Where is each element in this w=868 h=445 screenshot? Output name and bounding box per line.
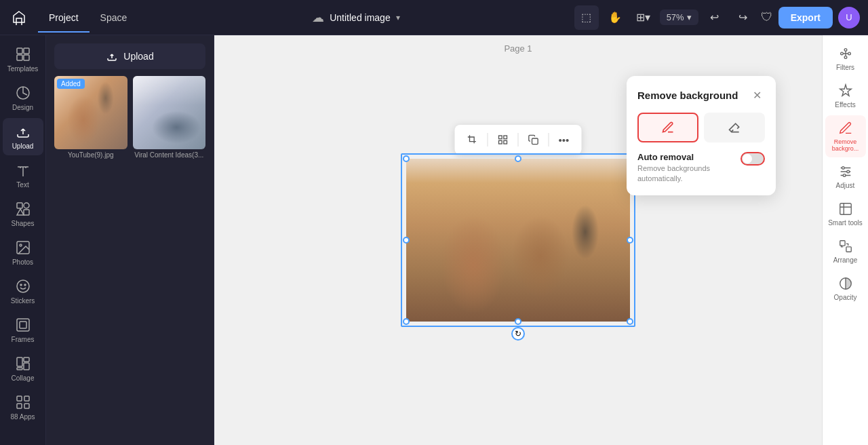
- handle-middle-right[interactable]: [627, 237, 633, 244]
- title-chevron-icon[interactable]: ▾: [396, 13, 400, 22]
- right-tool-opacity[interactable]: Opacity: [825, 271, 866, 307]
- shield-icon: 🛡: [761, 10, 773, 24]
- view-options-button[interactable]: ⊞▾: [631, 5, 656, 30]
- sidebar-item-design[interactable]: Design: [3, 79, 43, 117]
- svg-point-29: [840, 52, 843, 55]
- popup-title: Remove background: [637, 90, 738, 101]
- crop-tool-button[interactable]: [462, 129, 484, 151]
- svg-rect-20: [24, 396, 29, 401]
- logo[interactable]: [8, 7, 30, 28]
- handle-top-center[interactable]: [515, 155, 521, 162]
- upload-image-thumbnail-2[interactable]: [133, 76, 206, 149]
- right-tool-arrange[interactable]: Arrange: [825, 233, 866, 269]
- document-title[interactable]: Untitled image: [330, 12, 391, 23]
- sidebar-item-photos[interactable]: Photos: [3, 234, 43, 271]
- right-tools-panel: Filters Effects Remove backgro... Adjust: [822, 35, 868, 445]
- sidebar-label-text: Text: [16, 181, 28, 189]
- handle-top-left[interactable]: [403, 155, 410, 162]
- auto-removal-toggle[interactable]: [741, 152, 765, 166]
- main-image[interactable]: [406, 159, 630, 322]
- svg-point-9: [20, 244, 22, 246]
- right-tool-label-effects: Effects: [835, 101, 855, 109]
- rotate-handle[interactable]: ↻: [511, 327, 525, 341]
- right-tool-adjust[interactable]: Adjust: [825, 159, 866, 195]
- sidebar-label-shapes: Shapes: [12, 220, 35, 227]
- selected-image-wrapper[interactable]: ••• ↻: [406, 159, 630, 322]
- tab-project[interactable]: Project: [38, 8, 90, 27]
- sidebar-label-frames: Frames: [12, 336, 35, 343]
- right-tool-filters[interactable]: Filters: [825, 41, 866, 77]
- popup-tab-brush[interactable]: [637, 113, 698, 142]
- svg-point-34: [843, 174, 846, 177]
- sidebar-item-templates[interactable]: Templates: [3, 41, 43, 78]
- sidebar-label-design: Design: [12, 104, 33, 111]
- zoom-control[interactable]: 57% ▾: [660, 9, 698, 25]
- undo-button[interactable]: ↩: [703, 5, 727, 30]
- sidebar-item-text[interactable]: Text: [3, 157, 43, 194]
- select-tool-button[interactable]: ⬚: [574, 5, 599, 30]
- auto-removal-title: Auto removal: [637, 152, 735, 162]
- svg-rect-17: [24, 363, 29, 370]
- topbar-tabs: Project Space: [38, 8, 138, 27]
- svg-point-30: [848, 52, 850, 55]
- redo-button[interactable]: ↪: [731, 5, 755, 30]
- image-grid: Added YouTube(9).jpg Viral Content Ideas…: [54, 76, 205, 159]
- svg-point-11: [20, 284, 22, 286]
- popup-tab-erase[interactable]: [704, 113, 765, 142]
- hand-tool-button[interactable]: ✋: [603, 5, 627, 30]
- right-tool-remove-bg[interactable]: Remove backgro...: [825, 115, 866, 157]
- handle-bottom-left[interactable]: [403, 318, 410, 325]
- topbar-right: 🛡 Export U: [761, 7, 860, 28]
- sidebar-item-upload[interactable]: Upload: [3, 118, 43, 155]
- sidebar-label-stickers: Stickers: [11, 297, 35, 305]
- grid-tool-button[interactable]: [492, 129, 514, 151]
- sidebar-item-apps[interactable]: 88 Apps: [3, 389, 43, 426]
- svg-point-31: [844, 56, 847, 59]
- export-button[interactable]: Export: [778, 7, 833, 28]
- svg-rect-18: [17, 368, 22, 370]
- image-name-1: YouTube(9).jpg: [54, 151, 127, 159]
- svg-rect-15: [17, 357, 22, 366]
- handle-middle-left[interactable]: [403, 237, 410, 244]
- sidebar-item-frames[interactable]: Frames: [3, 311, 43, 349]
- handle-bottom-center[interactable]: [515, 318, 521, 325]
- sidebar-label-collage: Collage: [12, 374, 35, 382]
- zoom-level: 57%: [667, 12, 684, 22]
- popup-tabs: [637, 113, 765, 142]
- copy-tool-button[interactable]: [523, 129, 545, 151]
- svg-rect-3: [24, 55, 29, 60]
- more-tool-button[interactable]: •••: [553, 129, 575, 151]
- svg-rect-27: [532, 138, 538, 144]
- upload-image-thumbnail-1[interactable]: Added: [54, 76, 127, 149]
- popup-close-button[interactable]: ✕: [749, 87, 765, 103]
- sidebar-item-shapes[interactable]: Shapes: [3, 195, 43, 233]
- right-tool-label-opacity: Opacity: [834, 294, 857, 301]
- right-tool-smart[interactable]: Smart tools: [825, 196, 866, 232]
- sidebar-item-collage[interactable]: Collage: [3, 350, 43, 387]
- svg-rect-19: [17, 396, 22, 401]
- popup-info: Auto removal Remove backgrounds automati…: [637, 152, 735, 185]
- svg-rect-24: [504, 136, 507, 139]
- left-sidebar: Templates Design Upload Text: [0, 35, 46, 445]
- popup-header: Remove background ✕: [637, 87, 765, 103]
- svg-rect-7: [24, 210, 29, 215]
- toolbar-divider-1: [488, 133, 488, 147]
- right-tool-effects[interactable]: Effects: [825, 78, 866, 114]
- toggle-knob: [743, 154, 752, 163]
- svg-point-10: [17, 280, 29, 292]
- svg-rect-5: [17, 203, 22, 208]
- sidebar-item-stickers[interactable]: Stickers: [3, 273, 43, 310]
- avatar[interactable]: U: [838, 7, 860, 28]
- tab-space[interactable]: Space: [90, 8, 138, 27]
- upload-button[interactable]: Upload: [54, 43, 205, 69]
- right-tool-label-filters: Filters: [836, 64, 854, 71]
- handle-bottom-right[interactable]: [627, 318, 633, 325]
- svg-point-32: [842, 167, 844, 170]
- popup-auto-removal-row: Auto removal Remove backgrounds automati…: [637, 152, 765, 185]
- svg-point-6: [24, 203, 29, 208]
- remove-background-popup: Remove background ✕ A: [627, 76, 776, 195]
- toolbar-divider-2: [518, 133, 519, 147]
- canvas-area[interactable]: Page 1: [214, 35, 822, 445]
- svg-point-33: [846, 170, 849, 173]
- sidebar-label-photos: Photos: [12, 258, 33, 266]
